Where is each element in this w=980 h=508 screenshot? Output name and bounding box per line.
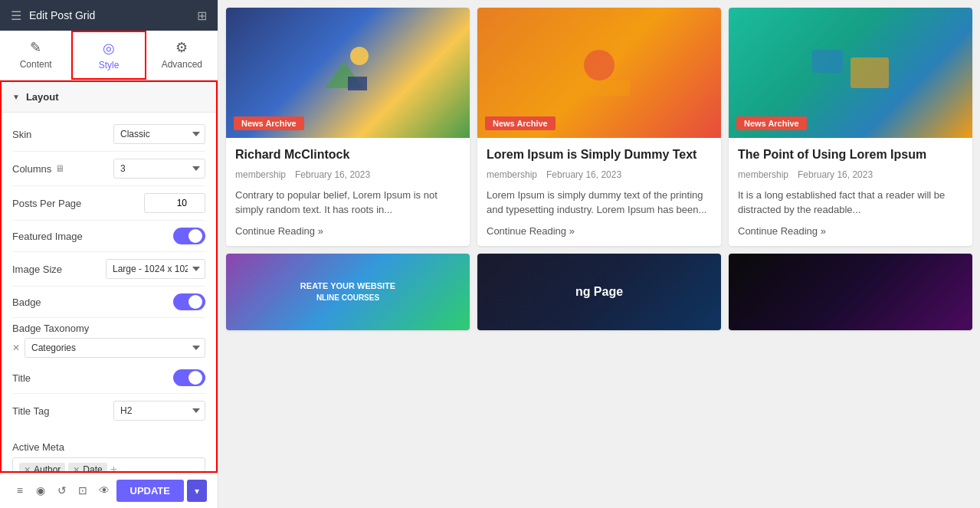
tab-content[interactable]: ✎ Content	[0, 31, 71, 80]
posts-per-page-row: Posts Per Page	[12, 186, 205, 221]
image-size-row: Image Size Thumbnail Medium Large - 1024…	[12, 252, 205, 287]
hamburger-icon[interactable]: ☰	[11, 8, 21, 23]
meta-tag-date: ✕ Date	[68, 463, 107, 473]
meta-tag-add-button[interactable]: +	[110, 464, 117, 473]
tab-advanced[interactable]: ⚙ Advanced	[146, 31, 218, 80]
active-meta-label: Active Meta	[12, 441, 205, 453]
icon-btn-1[interactable]: ≡	[11, 480, 29, 501]
content-tab-label: Content	[20, 59, 52, 70]
card-4-placeholder: REATE YOUR WEBSITE NLINE COURSES	[226, 254, 470, 330]
card-1-date: February 16, 2023	[295, 169, 370, 180]
card-3-badge: News Archive	[736, 116, 807, 130]
icon-btn-5[interactable]: 👁	[95, 480, 113, 501]
columns-select[interactable]: 123456	[113, 159, 205, 179]
tabs-bar: ✎ Content ◎ Style ⚙ Advanced	[0, 31, 218, 80]
card-1-read-more[interactable]: Continue Reading »	[235, 225, 461, 237]
card-1-image: News Archive	[226, 8, 470, 138]
title-slider	[173, 369, 205, 386]
form-rows: Skin Classic Modern Minimal Columns 🖥 12…	[2, 113, 216, 435]
update-button[interactable]: UPDATE	[116, 480, 184, 502]
image-size-label: Image Size	[12, 264, 62, 275]
columns-row: Columns 🖥 123456	[12, 152, 205, 186]
card-2-image: News Archive	[477, 8, 721, 138]
posts-per-page-label: Posts Per Page	[12, 198, 81, 209]
title-row: Title	[12, 362, 205, 394]
card-2-date: February 16, 2023	[546, 169, 621, 180]
title-tag-select[interactable]: H1H2H3H4H5H6	[113, 401, 205, 421]
svg-rect-9	[851, 57, 889, 88]
posts-per-page-input[interactable]	[144, 193, 205, 213]
icon-btn-3[interactable]: ↺	[53, 480, 71, 501]
card-2-read-more[interactable]: Continue Reading »	[487, 225, 712, 237]
skin-row: Skin Classic Modern Minimal	[12, 117, 205, 152]
svg-rect-8	[812, 50, 843, 73]
card-4-text2: NLINE COURSES	[316, 293, 379, 302]
badge-taxonomy-select[interactable]: Categories Tags	[25, 338, 205, 358]
card-1-meta: membership February 16, 2023	[235, 169, 461, 180]
panel-outline: ▼ Layout Skin Classic Modern Minimal Col…	[0, 80, 218, 473]
card-2-title: Lorem Ipsum is Simply Dummy Text	[487, 147, 712, 163]
featured-image-slider	[173, 228, 205, 244]
card-3-image: News Archive	[729, 8, 972, 138]
meta-tag-date-label: Date	[83, 464, 102, 473]
card-3-excerpt: It is a long established fact that a rea…	[738, 188, 963, 218]
card-3-meta: membership February 16, 2023	[738, 169, 963, 180]
card-1: News Archive Richard McClintock membersh…	[226, 8, 470, 246]
badge-toggle[interactable]	[173, 293, 205, 310]
card-6	[729, 254, 972, 330]
card-3-title: The Point of Using Lorem Ipsum	[738, 147, 963, 163]
top-bar: ☰ Edit Post Grid ⊞	[0, 0, 218, 31]
card-6-image	[729, 254, 972, 330]
badge-taxonomy-x[interactable]: ✕	[12, 342, 20, 353]
card-3-category: membership	[738, 169, 788, 180]
card-6-placeholder	[729, 254, 972, 330]
grid-icon[interactable]: ⊞	[197, 8, 207, 23]
card-2-body: Lorem Ipsum is Simply Dummy Text members…	[477, 138, 721, 246]
advanced-tab-label: Advanced	[162, 59, 202, 70]
icon-btn-2[interactable]: ◉	[32, 480, 51, 501]
badge-label-field: Badge	[12, 297, 41, 308]
card-2-excerpt: Lorem Ipsum is simply dummy text of the …	[487, 188, 712, 218]
layout-section-header[interactable]: ▼ Layout	[2, 82, 216, 113]
meta-tag-author-remove[interactable]: ✕	[24, 465, 31, 474]
card-2-meta: membership February 16, 2023	[487, 169, 712, 180]
update-dropdown-button[interactable]: ▾	[187, 480, 207, 502]
card-2: News Archive Lorem Ipsum is Simply Dummy…	[477, 8, 721, 246]
card-4-text1: REATE YOUR WEBSITE	[300, 281, 395, 290]
meta-tag-author: ✕ Author	[19, 463, 65, 473]
section-arrow-icon: ▼	[12, 93, 20, 101]
skin-select[interactable]: Classic Modern Minimal	[113, 124, 205, 144]
card-3-date: February 16, 2023	[798, 169, 873, 180]
meta-tags-container: ✕ Author ✕ Date +	[12, 457, 205, 473]
card-1-body: Richard McClintock membership February 1…	[226, 138, 470, 246]
card-3: News Archive The Point of Using Lorem Ip…	[729, 8, 972, 246]
columns-label: Columns 🖥	[12, 163, 64, 175]
card-4: REATE YOUR WEBSITE NLINE COURSES	[226, 254, 470, 330]
badge-taxonomy-row: Badge Taxonomy ✕ Categories Tags	[12, 318, 205, 362]
card-4-image: REATE YOUR WEBSITE NLINE COURSES	[226, 254, 470, 330]
svg-rect-6	[569, 80, 630, 96]
meta-tag-date-remove[interactable]: ✕	[73, 465, 80, 474]
monitor-icon: 🖥	[55, 163, 64, 174]
svg-point-2	[350, 47, 369, 65]
active-meta-section: Active Meta ✕ Author ✕ Date +	[2, 435, 216, 473]
featured-image-row: Featured Image	[12, 221, 205, 252]
featured-image-toggle[interactable]	[173, 228, 205, 244]
layout-section-label: Layout	[26, 91, 59, 103]
card-1-title: Richard McClintock	[235, 147, 461, 163]
title-toggle[interactable]	[173, 369, 205, 386]
preview-area: News Archive Richard McClintock membersh…	[218, 0, 980, 508]
card-5: ng Page	[477, 254, 721, 330]
card-2-category: membership	[487, 169, 537, 180]
svg-point-5	[584, 50, 615, 80]
card-3-read-more[interactable]: Continue Reading »	[738, 225, 963, 237]
image-size-select[interactable]: Thumbnail Medium Large - 1024 x 102 Full	[106, 259, 205, 279]
card-5-text: ng Page	[575, 285, 623, 299]
svg-rect-3	[348, 77, 367, 90]
style-tab-icon: ◎	[103, 40, 115, 57]
title-label: Title	[12, 372, 31, 384]
badge-row: Badge	[12, 287, 205, 318]
tab-style[interactable]: ◎ Style	[71, 31, 146, 80]
card-1-category: membership	[235, 169, 286, 180]
icon-btn-4[interactable]: ⊡	[74, 480, 93, 501]
